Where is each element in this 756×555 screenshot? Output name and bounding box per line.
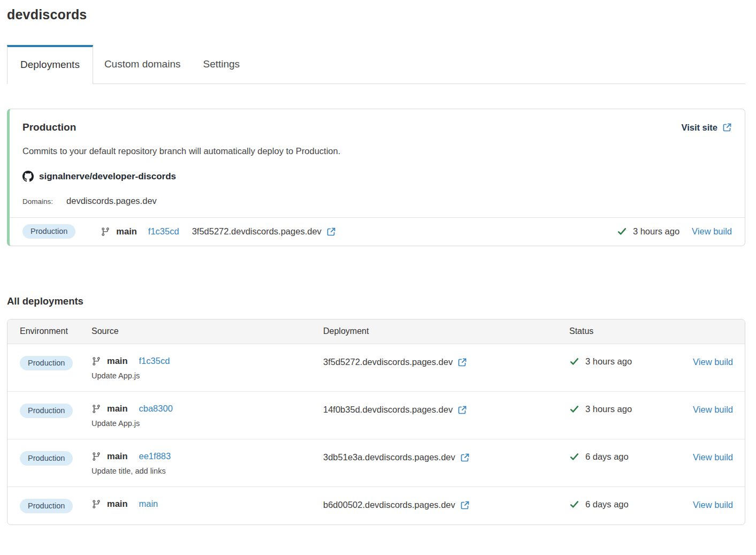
branch-name: main [107, 451, 128, 461]
deployments-table-header: Environment Source Deployment Status [7, 320, 745, 344]
deployment-url: b6d00502.devdiscords.pages.dev [323, 500, 455, 510]
table-row: Production main main b6d00502.devdiscord… [7, 487, 745, 524]
column-header-source: Source [91, 326, 323, 336]
table-row: Production main f1c35cd Update App.js 3f… [7, 344, 745, 392]
table-row: Production main cba8300 Update App.js 14… [7, 392, 745, 439]
check-icon [569, 356, 579, 367]
git-branch-icon [101, 227, 110, 237]
external-link-icon[interactable] [460, 453, 470, 462]
production-card: Production Visit site Commits to your de… [7, 109, 745, 246]
environment-badge: Production [20, 404, 73, 418]
commit-message: Update title, add links [91, 467, 323, 475]
deployment-url: 3f5d5272.devdiscords.pages.dev [192, 226, 322, 237]
tab-deployments[interactable]: Deployments [7, 45, 93, 84]
commit-message: Update App.js [91, 419, 323, 428]
deployment-url: 14f0b35d.devdiscords.pages.dev [323, 405, 453, 415]
commit-link[interactable]: ee1f883 [139, 451, 171, 461]
environment-badge: Production [20, 499, 73, 513]
column-header-status: Status [569, 326, 680, 336]
commit-link[interactable]: f1c35cd [139, 356, 170, 366]
visit-site-label: Visit site [681, 123, 717, 133]
column-header-environment: Environment [20, 326, 91, 336]
view-build-link[interactable]: View build [693, 405, 733, 414]
check-icon [617, 226, 627, 237]
status-time: 3 hours ago [633, 226, 679, 237]
all-deployments-title: All deployments [7, 295, 745, 307]
github-icon [22, 171, 34, 182]
view-build-link[interactable]: View build [692, 226, 732, 237]
branch-name: main [107, 404, 128, 414]
view-build-link[interactable]: View build [693, 500, 733, 510]
check-icon [569, 404, 579, 414]
domains-label: Domains: [22, 197, 53, 206]
deployments-table-body: Production main f1c35cd Update App.js 3f… [7, 344, 745, 524]
external-link-icon [722, 123, 732, 132]
git-branch-icon [91, 356, 101, 366]
external-link-icon[interactable] [460, 500, 470, 510]
environment-badge: Production [20, 356, 73, 370]
status-time: 6 days ago [585, 499, 629, 510]
check-icon [569, 452, 579, 462]
status-time: 3 hours ago [585, 356, 632, 367]
environment-badge: Production [20, 451, 73, 466]
repository-name[interactable]: signalnerve/developer-discords [39, 171, 176, 182]
commit-link[interactable]: main [139, 499, 158, 509]
commit-message: Update App.js [91, 371, 323, 380]
status-time: 6 days ago [585, 452, 629, 462]
tab-bar: Deployments Custom domains Settings [7, 45, 745, 84]
production-description: Commits to your default repository branc… [22, 146, 732, 156]
view-build-link[interactable]: View build [693, 452, 733, 462]
view-build-link[interactable]: View build [693, 357, 733, 367]
production-card-title: Production [22, 121, 76, 133]
branch-name: main [107, 499, 128, 509]
page-title: devdiscords [7, 7, 745, 22]
environment-badge: Production [22, 224, 75, 239]
commit-link[interactable]: cba8300 [139, 404, 173, 414]
git-branch-icon [91, 404, 101, 414]
status-time: 3 hours ago [585, 404, 632, 414]
external-link-icon[interactable] [457, 358, 467, 367]
tab-settings[interactable]: Settings [192, 45, 251, 83]
external-link-icon[interactable] [457, 405, 467, 415]
production-domain: devdiscords.pages.dev [66, 196, 157, 206]
column-header-deployment: Deployment [323, 326, 569, 336]
deployments-table: Environment Source Deployment Status Pro… [7, 319, 745, 525]
commit-link[interactable]: f1c35cd [148, 226, 179, 237]
git-branch-icon [91, 452, 101, 461]
check-icon [569, 499, 579, 510]
production-deployment-row: Production main f1c35cd 3f5d5272.devdisc… [10, 217, 745, 246]
table-row: Production main ee1f883 Update title, ad… [7, 439, 745, 487]
external-link-icon[interactable] [326, 227, 336, 237]
git-branch-icon [91, 499, 101, 509]
deployment-url: 3f5d5272.devdiscords.pages.dev [323, 357, 453, 367]
visit-site-link[interactable]: Visit site [681, 123, 732, 133]
deployment-url: 3db51e3a.devdiscords.pages.dev [323, 452, 455, 462]
tab-custom-domains[interactable]: Custom domains [93, 45, 192, 83]
page: devdiscords Deployments Custom domains S… [0, 0, 756, 529]
branch-name: main [107, 356, 128, 366]
branch-name: main [116, 226, 137, 237]
